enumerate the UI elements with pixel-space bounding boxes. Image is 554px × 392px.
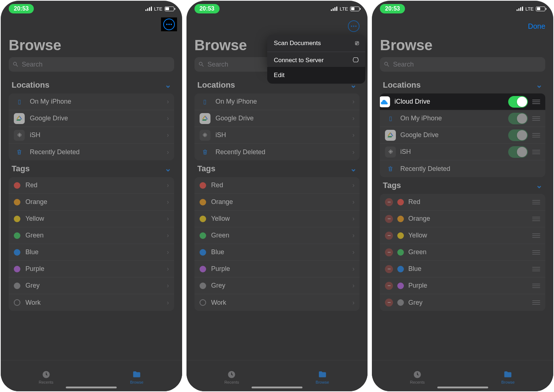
tags-header[interactable]: Tags⌄ xyxy=(186,160,368,177)
battery-icon xyxy=(536,7,545,11)
icloud-toggle[interactable] xyxy=(508,96,528,108)
chevron-down-icon: ⌄ xyxy=(350,164,357,173)
edit-tag-yellow[interactable]: −Yellow xyxy=(380,227,545,244)
locations-header[interactable]: Locations ⌄ xyxy=(1,77,182,93)
tag-purple[interactable]: Purple› xyxy=(9,261,174,277)
drag-handle-icon[interactable] xyxy=(532,116,540,121)
tag-work[interactable]: Work› xyxy=(194,294,360,311)
server-icon: 🖵 xyxy=(353,57,359,64)
edit-tag-green[interactable]: −Green xyxy=(380,244,545,261)
home-indicator[interactable] xyxy=(66,387,117,388)
tag-red[interactable]: Red› xyxy=(194,177,360,194)
chevron-down-icon: ⌄ xyxy=(165,164,171,173)
svg-point-2 xyxy=(170,24,172,25)
drag-handle-icon[interactable] xyxy=(532,284,540,288)
tag-label: Orange xyxy=(408,215,528,223)
tags-list: Red›Orange›Yellow›Green›Blue›Purple›Grey… xyxy=(9,177,174,311)
remove-button[interactable]: − xyxy=(385,282,393,290)
tag-orange[interactable]: Orange› xyxy=(194,194,360,211)
drag-handle-icon[interactable] xyxy=(532,150,540,154)
edit-tag-grey[interactable]: −Grey xyxy=(380,294,545,311)
edit-location-google-drive[interactable]: Google Drive xyxy=(380,127,545,144)
remove-button[interactable]: − xyxy=(385,299,393,307)
edit-tag-red[interactable]: −Red xyxy=(380,194,545,211)
tag-label: Blue xyxy=(211,248,348,256)
more-button[interactable] xyxy=(348,20,360,32)
search-input[interactable]: Search xyxy=(380,57,545,72)
remove-button[interactable]: − xyxy=(385,232,393,240)
chevron-right-icon: › xyxy=(352,131,354,139)
phone-icon: ▯ xyxy=(14,96,25,107)
location-on-my-iphone[interactable]: ▯On My iPhone› xyxy=(9,93,174,110)
tag-blue[interactable]: Blue› xyxy=(9,244,174,261)
drag-handle-icon[interactable] xyxy=(532,200,540,204)
remove-button[interactable]: − xyxy=(385,198,393,206)
tag-orange[interactable]: Orange› xyxy=(9,194,174,211)
tag-label: Purple xyxy=(211,265,348,273)
chevron-right-icon: › xyxy=(167,215,169,223)
remove-button[interactable]: − xyxy=(385,248,393,256)
tag-label: Blue xyxy=(408,265,528,273)
battery-icon xyxy=(165,7,174,11)
location-ish[interactable]: ⁜iSH› xyxy=(9,127,174,144)
location-on-my-iphone[interactable]: ▯On My iPhone› xyxy=(194,93,360,110)
tag-purple[interactable]: Purple› xyxy=(194,261,360,277)
tag-label: Yellow xyxy=(25,215,162,223)
edit-location-ish[interactable]: ⁜iSH xyxy=(380,144,545,160)
edit-tag-orange[interactable]: −Orange xyxy=(380,211,545,227)
tag-yellow[interactable]: Yellow› xyxy=(9,211,174,227)
menu-connect-server[interactable]: Connect to Server🖵 xyxy=(267,52,365,69)
tags-header[interactable]: Tags⌄ xyxy=(372,177,553,194)
drag-handle-icon[interactable] xyxy=(532,133,540,137)
locations-header[interactable]: Locations⌄ xyxy=(372,77,553,93)
tag-label: Grey xyxy=(25,282,162,289)
tag-label: Red xyxy=(25,181,162,189)
tag-green[interactable]: Green› xyxy=(9,227,174,244)
toggle[interactable] xyxy=(508,129,528,141)
menu-edit[interactable]: Edit xyxy=(267,67,365,84)
toggle[interactable] xyxy=(508,146,528,158)
tag-green[interactable]: Green› xyxy=(194,227,360,244)
edit-location-recently-deleted[interactable]: Recently Deleted xyxy=(380,160,545,177)
tag-grey[interactable]: Grey› xyxy=(194,277,360,294)
ish-icon: ⁜ xyxy=(200,130,210,141)
edit-location-icloud[interactable]: iCloud Drive xyxy=(380,93,545,110)
edit-tag-purple[interactable]: −Purple xyxy=(380,277,545,294)
location-google-drive[interactable]: Google Drive› xyxy=(9,110,174,127)
drag-handle-icon[interactable] xyxy=(532,100,540,104)
tag-work[interactable]: Work› xyxy=(9,294,174,311)
location-recently-deleted[interactable]: Recently Deleted› xyxy=(9,144,174,160)
tag-blue[interactable]: Blue› xyxy=(194,244,360,261)
trash-icon xyxy=(14,147,25,157)
gdrive-icon xyxy=(385,130,396,141)
home-indicator[interactable] xyxy=(252,387,302,388)
trash-icon xyxy=(200,147,210,157)
edit-location-on-my-iphone[interactable]: ▯On My iPhone xyxy=(380,110,545,127)
location-google-drive[interactable]: Google Drive› xyxy=(194,110,360,127)
menu-scan-documents[interactable]: Scan Documents⎚ xyxy=(267,35,365,52)
chevron-right-icon: › xyxy=(167,98,169,105)
remove-button[interactable]: − xyxy=(385,265,393,273)
edit-tag-blue[interactable]: −Blue xyxy=(380,261,545,277)
tags-header[interactable]: Tags ⌄ xyxy=(1,160,182,177)
status-bar: 20:53 LTE xyxy=(372,1,553,17)
remove-button[interactable]: − xyxy=(385,215,393,223)
chevron-right-icon: › xyxy=(167,115,169,122)
tag-yellow[interactable]: Yellow› xyxy=(194,211,360,227)
drag-handle-icon[interactable] xyxy=(532,300,540,305)
home-indicator[interactable] xyxy=(437,387,488,388)
tag-grey[interactable]: Grey› xyxy=(9,277,174,294)
tag-red[interactable]: Red› xyxy=(9,177,174,194)
location-ish[interactable]: ⁜iSH› xyxy=(194,127,360,144)
toggle[interactable] xyxy=(508,113,528,124)
more-button[interactable] xyxy=(163,19,175,30)
search-placeholder: Search xyxy=(208,61,228,68)
drag-handle-icon[interactable] xyxy=(532,250,540,255)
drag-handle-icon[interactable] xyxy=(532,267,540,271)
location-recently-deleted[interactable]: Recently Deleted› xyxy=(194,144,360,160)
chevron-right-icon: › xyxy=(167,299,169,307)
drag-handle-icon[interactable] xyxy=(532,217,540,221)
done-button[interactable]: Done xyxy=(528,22,545,31)
search-input[interactable]: Search xyxy=(9,57,174,72)
drag-handle-icon[interactable] xyxy=(532,233,540,238)
